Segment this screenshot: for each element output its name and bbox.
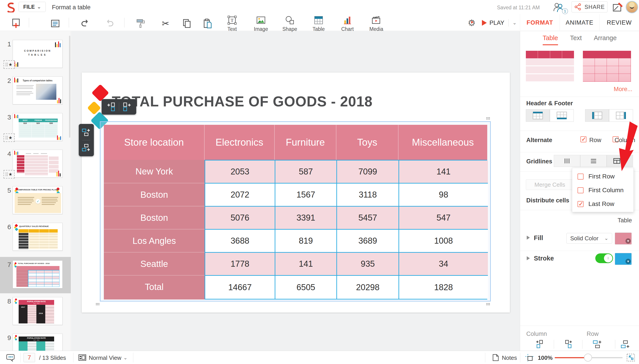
row-label[interactable]: Seattle bbox=[104, 252, 205, 275]
table-cell[interactable]: 3689 bbox=[337, 230, 399, 253]
user-avatar[interactable] bbox=[626, 1, 638, 13]
row-label[interactable]: Boston bbox=[104, 183, 205, 206]
new-slide-button[interactable] bbox=[11, 18, 22, 29]
slide-thumbnail[interactable]: POPULATION RATE 2017 - 2018 2017 2018 bbox=[13, 297, 63, 325]
cut-button[interactable]: ✂ bbox=[160, 18, 171, 29]
selection-handle[interactable] bbox=[486, 117, 490, 120]
gridlines-options-button[interactable]: ⌄ bbox=[607, 155, 633, 167]
table-cell[interactable]: 547 bbox=[399, 206, 488, 230]
table-cell[interactable]: 1778 bbox=[205, 253, 275, 276]
panel-tab-arrange[interactable]: Arrange bbox=[594, 34, 616, 45]
table-cell[interactable]: 141 bbox=[399, 160, 488, 184]
slide-thumbnail[interactable]: COMPARISION TABLES bbox=[13, 40, 63, 68]
table-cell[interactable]: 1008 bbox=[399, 230, 488, 253]
animation-indicator[interactable]: ★ bbox=[4, 60, 15, 69]
tab-review[interactable]: REVIEW bbox=[599, 14, 639, 31]
row-label[interactable]: Boston bbox=[104, 206, 205, 229]
fill-color-swatch[interactable]: ▼ bbox=[615, 232, 632, 244]
copy-button[interactable] bbox=[181, 18, 192, 29]
insert-image-button[interactable]: Image bbox=[251, 15, 271, 32]
merge-cells-button[interactable]: Merge Cells bbox=[526, 179, 574, 190]
table-cell[interactable]: 935 bbox=[337, 253, 399, 276]
slideshow-settings-button[interactable]: ⚙ bbox=[468, 18, 478, 28]
more-styles-link[interactable]: More... bbox=[614, 86, 632, 93]
insert-text-button[interactable]: T Text bbox=[222, 15, 242, 32]
table-cell[interactable]: 98 bbox=[399, 184, 488, 206]
guides-button[interactable] bbox=[525, 354, 534, 362]
animation-indicator[interactable]: ★ bbox=[4, 134, 15, 142]
gridlines-horizontal-button[interactable] bbox=[580, 155, 607, 167]
insert-column-right-button[interactable] bbox=[563, 339, 573, 350]
feedback-button[interactable] bbox=[612, 2, 623, 12]
insert-column-left-button[interactable] bbox=[535, 339, 545, 350]
slide-thumbnail[interactable]: POPULATION RATE 2017 - 2018 2017 2018 bbox=[13, 334, 63, 351]
insert-column-left-button[interactable] bbox=[107, 102, 116, 112]
table-cell[interactable]: 1567 bbox=[275, 184, 337, 206]
share-button[interactable]: SHARE bbox=[571, 1, 607, 12]
table-cell[interactable]: 5076 bbox=[205, 206, 275, 230]
format-painter-button[interactable] bbox=[135, 18, 146, 29]
slide-layout-button[interactable] bbox=[50, 18, 61, 29]
table-cell[interactable]: 1828 bbox=[399, 276, 488, 299]
table-header-cell[interactable]: Store location bbox=[104, 125, 205, 160]
dropdown-item-first-row[interactable]: First Row bbox=[572, 170, 634, 183]
slide-thumbnail[interactable]: COMPARISON TABLE FOR PRICING PLANS ✓ bbox=[13, 186, 63, 214]
slide-thumbnail[interactable] bbox=[13, 150, 63, 178]
table-cell[interactable]: 3688 bbox=[205, 230, 275, 253]
table-cell[interactable]: 587 bbox=[275, 160, 337, 184]
table-cell[interactable]: 819 bbox=[275, 230, 337, 253]
table-cell[interactable]: 7099 bbox=[337, 160, 399, 184]
notes-button[interactable]: Notes bbox=[502, 354, 517, 361]
alternate-row-checkbox[interactable] bbox=[580, 136, 586, 142]
chevron-down-icon[interactable]: ⌄ bbox=[123, 355, 127, 361]
table-cell[interactable]: 14667 bbox=[205, 276, 275, 299]
redo-button[interactable] bbox=[104, 18, 115, 29]
table-style-option-2[interactable] bbox=[583, 51, 631, 82]
dropdown-item-last-row[interactable]: Last Row bbox=[572, 198, 634, 210]
slide-thumbnail[interactable]: Types of comparision tables bbox=[13, 76, 63, 104]
table-cell[interactable]: 2072 bbox=[205, 184, 275, 206]
slide-title[interactable]: TOTAL PURCHASE OF GOODS - 2018 bbox=[112, 93, 373, 110]
row-label[interactable]: New York bbox=[104, 160, 205, 183]
collaborators-button[interactable]: 1 bbox=[553, 2, 566, 13]
header-row-toggle[interactable] bbox=[526, 109, 550, 122]
table-cell[interactable]: 2053 bbox=[205, 160, 275, 184]
insert-media-button[interactable]: Media bbox=[367, 15, 386, 32]
stroke-toggle[interactable]: ‖ bbox=[595, 254, 613, 263]
current-slide-number[interactable]: 7 bbox=[24, 353, 35, 362]
zoom-slider-knob[interactable] bbox=[584, 354, 592, 362]
panel-tab-table[interactable]: Table bbox=[543, 34, 558, 45]
table-style-option-1[interactable] bbox=[526, 51, 574, 82]
fit-to-screen-button[interactable] bbox=[626, 353, 635, 362]
table-header-cell[interactable]: Miscellaneous bbox=[399, 125, 487, 160]
selection-handle[interactable] bbox=[486, 303, 490, 306]
insert-row-above-button[interactable] bbox=[81, 128, 91, 137]
comments-button[interactable] bbox=[6, 353, 16, 362]
footer-row-toggle[interactable] bbox=[550, 109, 574, 122]
table-cell[interactable]: 20298 bbox=[337, 276, 399, 299]
insert-shape-button[interactable]: Shape bbox=[280, 15, 299, 32]
insert-row-above-button[interactable] bbox=[592, 339, 603, 350]
paste-button[interactable] bbox=[202, 18, 213, 29]
first-row-checkbox[interactable] bbox=[577, 174, 583, 180]
row-label[interactable]: Los Angles bbox=[104, 229, 205, 252]
table-cell[interactable]: 3118 bbox=[337, 184, 399, 206]
table-cell[interactable]: 141 bbox=[275, 253, 337, 276]
undo-button[interactable] bbox=[80, 18, 91, 29]
table-cell[interactable]: 6505 bbox=[275, 276, 337, 299]
slide-table[interactable]: Store location Electronics Furniture Toy… bbox=[104, 125, 487, 300]
current-slide[interactable]: TOTAL PURCHASE OF GOODS - 2018 Store loc… bbox=[82, 72, 510, 312]
first-column-toggle[interactable] bbox=[585, 109, 609, 122]
slide-thumbnail[interactable]: BASIC PREMIUM PROFESSIONAL $10 $20 $30 bbox=[13, 113, 63, 141]
insert-table-button[interactable]: Table bbox=[309, 15, 328, 32]
table-header-cell[interactable]: Toys bbox=[336, 125, 399, 160]
tab-animate[interactable]: ANIMATE bbox=[560, 14, 599, 31]
gridlines-vertical-button[interactable] bbox=[554, 155, 580, 167]
table-cell[interactable]: 34 bbox=[399, 253, 488, 276]
table-cell[interactable]: 5457 bbox=[337, 206, 399, 230]
fill-expander-icon[interactable] bbox=[527, 236, 530, 240]
table-header-cell[interactable]: Electronics bbox=[205, 125, 275, 160]
slide-thumbnail[interactable]: QUARTERLY SALES REVENUE bbox=[13, 223, 63, 251]
file-menu-button[interactable]: FILE ⌄ bbox=[19, 2, 46, 12]
insert-column-right-button[interactable] bbox=[122, 102, 131, 112]
